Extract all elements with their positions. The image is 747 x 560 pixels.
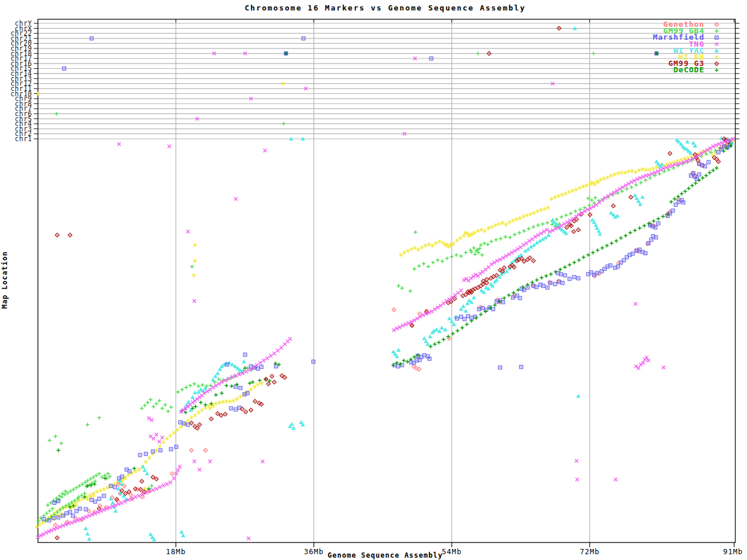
x-axis-label: Genome Sequence Assembly bbox=[327, 551, 442, 559]
legend-label-decode: DeCODE bbox=[673, 65, 704, 74]
legend-symbol-gm99-gb4 bbox=[715, 29, 718, 33]
chart-title: Chromosome 16 Markers vs Genome Sequence… bbox=[245, 4, 526, 12]
x-tick-label: 36Mb bbox=[304, 547, 324, 556]
legend-symbol-decode bbox=[715, 68, 718, 72]
series-marshfield bbox=[42, 144, 732, 522]
chart-window: { "chart_data": { "type": "scatter", "ti… bbox=[0, 0, 747, 560]
series-wi-yac bbox=[84, 136, 734, 541]
x-tick-label: 72Mb bbox=[580, 547, 599, 556]
x-tick-label: 18Mb bbox=[166, 547, 186, 556]
y-axis-label: Map Location bbox=[1, 251, 9, 309]
x-tick-label: 54Mb bbox=[442, 547, 462, 556]
scatter-plot: Chromosome 16 Markers vs Genome Sequence… bbox=[0, 0, 747, 560]
series-gm99-g3 bbox=[55, 137, 731, 540]
x-tick-label: 91Mb bbox=[723, 547, 743, 556]
row-label-chr1: chr1 bbox=[15, 135, 32, 143]
gridlines bbox=[38, 19, 735, 542]
plot-border bbox=[38, 19, 735, 542]
legend-symbol-wi-yac bbox=[715, 49, 718, 52]
series-genethon bbox=[54, 142, 732, 527]
legend-symbol-tng bbox=[715, 43, 718, 46]
